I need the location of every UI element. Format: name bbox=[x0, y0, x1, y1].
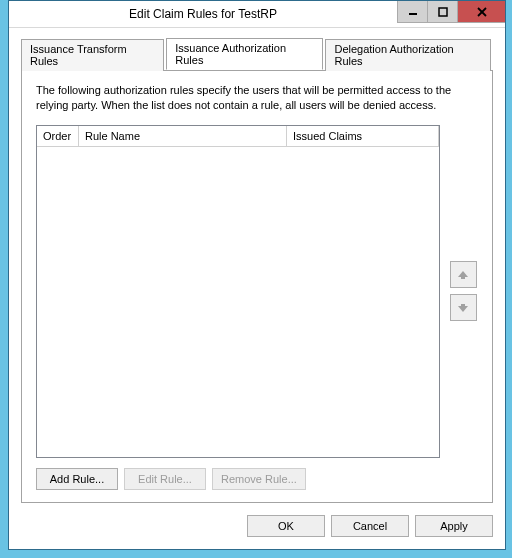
arrow-up-icon bbox=[457, 269, 469, 281]
dialog-buttons-row: OK Cancel Apply bbox=[21, 515, 493, 537]
svg-rect-7 bbox=[461, 304, 465, 307]
apply-button[interactable]: Apply bbox=[415, 515, 493, 537]
titlebar: Edit Claim Rules for TestRP bbox=[9, 1, 505, 28]
dialog-window: Edit Claim Rules for TestRP Issuance Tra… bbox=[8, 0, 506, 550]
tab-delegation-authorization[interactable]: Delegation Authorization Rules bbox=[325, 39, 491, 71]
window-buttons bbox=[397, 1, 505, 27]
svg-rect-1 bbox=[439, 8, 447, 16]
column-rule-name[interactable]: Rule Name bbox=[79, 126, 287, 146]
main-row: Order Rule Name Issued Claims bbox=[36, 125, 480, 458]
panel-description: The following authorization rules specif… bbox=[36, 83, 480, 113]
list-header: Order Rule Name Issued Claims bbox=[37, 126, 439, 147]
edit-rule-button: Edit Rule... bbox=[124, 468, 206, 490]
close-button[interactable] bbox=[457, 1, 505, 23]
add-rule-button[interactable]: Add Rule... bbox=[36, 468, 118, 490]
maximize-button[interactable] bbox=[427, 1, 457, 23]
tab-issuance-authorization[interactable]: Issuance Authorization Rules bbox=[166, 38, 323, 70]
window-title: Edit Claim Rules for TestRP bbox=[9, 7, 397, 21]
maximize-icon bbox=[438, 7, 448, 17]
order-arrows bbox=[446, 125, 480, 458]
tab-strip: Issuance Transform Rules Issuance Author… bbox=[21, 38, 493, 70]
column-issued-claims[interactable]: Issued Claims bbox=[287, 126, 439, 146]
list-body bbox=[37, 147, 439, 457]
arrow-down-icon bbox=[457, 302, 469, 314]
move-down-button[interactable] bbox=[450, 294, 477, 321]
tab-issuance-transform[interactable]: Issuance Transform Rules bbox=[21, 39, 164, 71]
remove-rule-button: Remove Rule... bbox=[212, 468, 306, 490]
tab-panel: The following authorization rules specif… bbox=[21, 70, 493, 503]
svg-rect-5 bbox=[461, 276, 465, 279]
client-area: Issuance Transform Rules Issuance Author… bbox=[9, 28, 505, 549]
close-icon bbox=[476, 6, 488, 18]
cancel-button[interactable]: Cancel bbox=[331, 515, 409, 537]
column-order[interactable]: Order bbox=[37, 126, 79, 146]
minimize-button[interactable] bbox=[397, 1, 427, 23]
rule-buttons-row: Add Rule... Edit Rule... Remove Rule... bbox=[36, 468, 480, 490]
rules-list[interactable]: Order Rule Name Issued Claims bbox=[36, 125, 440, 458]
move-up-button[interactable] bbox=[450, 261, 477, 288]
minimize-icon bbox=[408, 7, 418, 17]
ok-button[interactable]: OK bbox=[247, 515, 325, 537]
